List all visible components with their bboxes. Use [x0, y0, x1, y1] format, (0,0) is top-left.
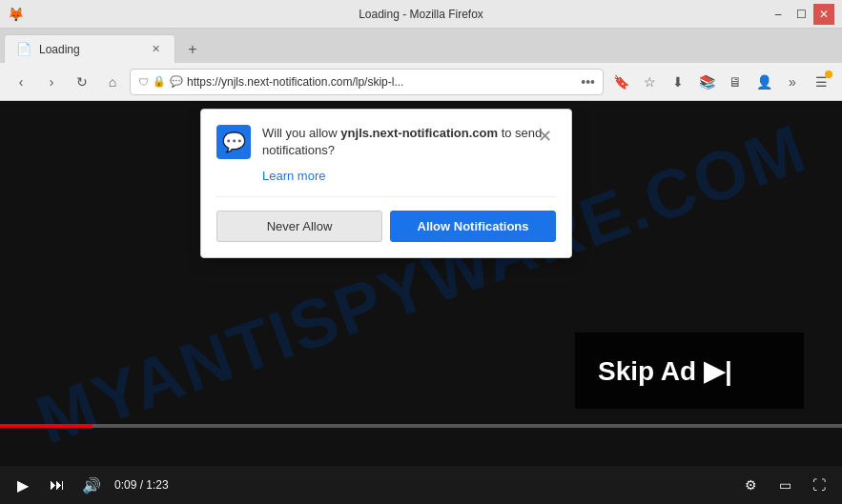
- popup-buttons: Never Allow Allow Notifications: [216, 196, 556, 242]
- theater-mode-button[interactable]: ▭: [773, 474, 796, 496]
- title-bar-left: 🦊: [8, 7, 24, 22]
- notification-popup: 💬 Will you allow ynjls.next-notification…: [200, 109, 572, 258]
- tab-bar: 📄 Loading ✕ +: [0, 29, 842, 63]
- video-controls: ▶ ⏭ 🔊 0:09 / 1:23 ⚙ ▭ ⛶: [0, 466, 842, 504]
- popup-header: 💬 Will you allow ynjls.next-notification…: [216, 125, 556, 159]
- star-button[interactable]: ☆: [636, 69, 663, 95]
- browser-content: MYANTISPYWARE.COM 💬 Will you allow ynjls…: [0, 101, 842, 466]
- window-title: Loading - Mozilla Firefox: [359, 8, 483, 21]
- lock-icon2: 🔒: [153, 75, 166, 88]
- volume-button[interactable]: 🔊: [80, 474, 103, 496]
- back-button[interactable]: ‹: [8, 69, 34, 95]
- learn-more-link[interactable]: Learn more: [262, 169, 556, 183]
- forward-button[interactable]: ›: [38, 69, 65, 95]
- nav-right-buttons: 🔖 ☆ ⬇ 📚 🖥 👤 » ☰: [607, 69, 834, 95]
- popup-chat-icon: 💬: [216, 125, 251, 159]
- popup-close-button[interactable]: ✕: [533, 125, 556, 148]
- new-tab-button[interactable]: +: [179, 36, 206, 63]
- time-display: 0:09 / 1:23: [114, 478, 169, 492]
- tab-favicon: 📄: [16, 42, 31, 56]
- home-button[interactable]: ⌂: [99, 69, 126, 95]
- library-button[interactable]: 📚: [693, 69, 720, 95]
- tab-title: Loading: [39, 43, 140, 56]
- refresh-button[interactable]: ↻: [69, 69, 95, 95]
- minimize-button[interactable]: –: [768, 4, 789, 25]
- url-text: https://ynjls.next-notification.com/lp/s…: [187, 75, 577, 89]
- more-button[interactable]: •••: [581, 74, 595, 90]
- address-bar[interactable]: 🛡 🔒 💬 https://ynjls.next-notification.co…: [130, 69, 604, 95]
- popup-question: Will you allow ynjls.next-notification.c…: [262, 125, 556, 159]
- video-progress-bar[interactable]: [0, 424, 842, 428]
- skip-forward-button[interactable]: ⏭: [46, 474, 69, 496]
- notification-icon: 💬: [170, 75, 183, 88]
- title-bar-controls: – ☐ ✕: [768, 4, 834, 25]
- popup-text: Will you allow ynjls.next-notification.c…: [262, 125, 556, 159]
- sync-button[interactable]: 🖥: [722, 69, 749, 95]
- nav-bar: ‹ › ↻ ⌂ 🛡 🔒 💬 https://ynjls.next-notific…: [0, 63, 842, 101]
- settings-button[interactable]: ⚙: [739, 474, 762, 496]
- close-button[interactable]: ✕: [813, 4, 834, 25]
- video-progress-fill: [0, 424, 92, 428]
- allow-notifications-button[interactable]: Allow Notifications: [390, 211, 556, 242]
- account-button[interactable]: 👤: [750, 69, 777, 95]
- fullscreen-button[interactable]: ⛶: [808, 474, 831, 496]
- shield-icon: 🛡: [138, 76, 149, 88]
- menu-button-container: ☰: [808, 69, 834, 95]
- extensions-button[interactable]: »: [779, 69, 806, 95]
- play-button[interactable]: ▶: [11, 474, 34, 496]
- bookmark-container-button[interactable]: 🔖: [607, 69, 634, 95]
- maximize-button[interactable]: ☐: [791, 4, 811, 25]
- skip-ad-button[interactable]: Skip Ad ▶|: [575, 333, 804, 409]
- alert-dot: [825, 71, 832, 78]
- title-bar: 🦊 Loading - Mozilla Firefox – ☐ ✕: [0, 0, 842, 29]
- active-tab[interactable]: 📄 Loading ✕: [4, 34, 175, 63]
- tab-close-button[interactable]: ✕: [148, 42, 163, 57]
- download-button[interactable]: ⬇: [665, 69, 691, 95]
- popup-domain: ynjls.next-notification.com: [340, 126, 498, 140]
- never-allow-button[interactable]: Never Allow: [216, 211, 382, 242]
- firefox-icon: 🦊: [8, 7, 24, 22]
